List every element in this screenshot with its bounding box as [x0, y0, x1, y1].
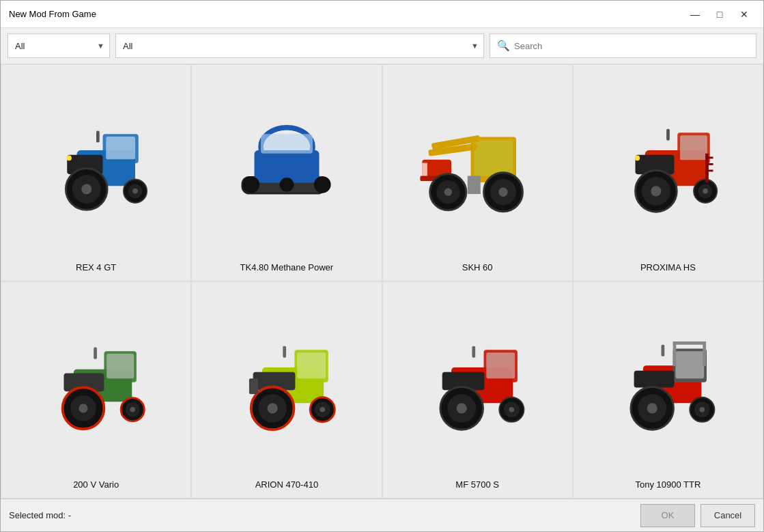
window-controls: — □ ✕ — [684, 5, 755, 24]
selected-mod-value: - — [66, 510, 71, 520]
svg-point-70 — [320, 406, 325, 412]
svg-rect-83 — [472, 346, 476, 357]
vehicle-grid: REX 4 GT TK4.80 Methane Power — [1, 64, 763, 499]
svg-rect-49 — [705, 169, 713, 171]
svg-point-18 — [314, 176, 331, 193]
grid-item-skh60[interactable]: SKH 60 — [382, 64, 573, 281]
vehicle-label-arion470: ARION 470-410 — [255, 477, 319, 490]
svg-rect-10 — [96, 130, 100, 142]
svg-rect-60 — [94, 347, 97, 359]
svg-rect-47 — [705, 156, 713, 158]
vehicle-image-tk480 — [197, 72, 376, 254]
svg-rect-87 — [673, 341, 677, 366]
svg-rect-90 — [634, 370, 675, 387]
vehicle-label-proximahs: PROXIMA HS — [640, 260, 696, 272]
filter2-wrapper: All ▼ — [115, 33, 484, 58]
svg-point-56 — [79, 404, 87, 412]
svg-point-11 — [66, 155, 72, 160]
svg-rect-44 — [666, 128, 670, 140]
status-bar: Selected mod: - OK Cancel — [1, 499, 763, 531]
svg-point-67 — [267, 403, 277, 413]
svg-rect-48 — [705, 163, 713, 165]
svg-point-6 — [81, 184, 91, 194]
filter1-wrapper: All ▼ — [8, 33, 110, 58]
vehicle-label-rex4gt: REX 4 GT — [76, 260, 116, 272]
vehicle-label-mf5700s: MF 5700 S — [455, 477, 499, 490]
svg-rect-97 — [662, 344, 665, 356]
svg-rect-86 — [676, 351, 705, 378]
grid-item-tk480[interactable]: TK4.80 Methane Power — [191, 64, 382, 281]
vehicle-image-skh60 — [388, 72, 567, 254]
svg-point-17 — [242, 176, 259, 193]
vehicle-image-200vvario — [7, 289, 185, 471]
svg-rect-71 — [283, 346, 286, 357]
svg-rect-16 — [261, 134, 313, 154]
grid-item-proximahs[interactable]: PROXIMA HS — [573, 64, 763, 281]
svg-rect-72 — [249, 378, 258, 394]
vehicle-label-tony10900: Tony 10900 TTR — [635, 477, 701, 490]
filter2-dropdown[interactable]: All — [115, 33, 484, 58]
search-icon: 🔍 — [497, 40, 510, 52]
maximize-button[interactable]: □ — [709, 5, 731, 24]
vehicle-label-skh60: SKH 60 — [462, 260, 493, 272]
vehicle-image-mf5700s — [388, 289, 567, 471]
svg-point-45 — [635, 155, 640, 160]
vehicle-image-proximahs — [579, 72, 757, 254]
selected-mod-label: Selected mod: — [9, 510, 66, 520]
svg-rect-21 — [474, 140, 513, 176]
grid-item-rex4gt[interactable]: REX 4 GT — [1, 64, 191, 281]
vehicle-label-200vvario: 200 V Vario — [73, 477, 119, 490]
filter1-dropdown[interactable]: All — [8, 33, 110, 58]
svg-point-29 — [498, 188, 507, 197]
svg-rect-33 — [468, 176, 481, 195]
minimize-button[interactable]: — — [684, 5, 706, 24]
search-input[interactable] — [514, 41, 749, 51]
grid-item-200vvario[interactable]: 200 V Vario — [1, 281, 191, 499]
svg-point-96 — [700, 406, 705, 412]
svg-point-82 — [509, 406, 515, 412]
toolbar: All ▼ All ▼ 🔍 — [1, 28, 763, 64]
svg-point-43 — [703, 188, 709, 194]
grid-item-mf5700s[interactable]: MF 5700 S — [382, 281, 573, 499]
status-buttons: OK Cancel — [640, 504, 755, 527]
main-window: New Mod From Game — □ ✕ All ▼ All ▼ 🔍 — [0, 0, 764, 532]
svg-point-40 — [651, 186, 662, 196]
close-button[interactable]: ✕ — [733, 5, 755, 24]
svg-point-32 — [444, 188, 452, 196]
ok-button[interactable]: OK — [640, 504, 695, 527]
svg-point-59 — [130, 406, 135, 412]
svg-point-93 — [647, 403, 657, 413]
selected-mod-text: Selected mod: - — [9, 510, 71, 520]
grid-item-tony10900[interactable]: Tony 10900 TTR — [573, 281, 763, 499]
svg-rect-52 — [107, 354, 134, 378]
vehicle-image-arion470 — [197, 289, 376, 471]
vehicle-image-rex4gt — [7, 72, 185, 254]
vehicle-label-tk480: TK4.80 Methane Power — [240, 260, 334, 272]
vehicle-image-tony10900 — [579, 289, 757, 471]
svg-rect-63 — [297, 352, 326, 378]
cancel-button[interactable]: Cancel — [701, 504, 755, 527]
svg-rect-89 — [673, 341, 706, 345]
svg-point-19 — [279, 177, 294, 191]
svg-rect-75 — [486, 352, 515, 378]
window-title: New Mod From Game — [9, 9, 96, 19]
svg-rect-2 — [106, 137, 135, 159]
title-bar: New Mod From Game — □ ✕ — [1, 1, 763, 28]
grid-item-arion470[interactable]: ARION 470-410 — [191, 281, 382, 499]
svg-rect-26 — [422, 163, 427, 176]
svg-rect-88 — [703, 341, 707, 366]
svg-rect-36 — [680, 135, 707, 160]
svg-point-79 — [457, 403, 467, 413]
svg-point-9 — [132, 188, 138, 194]
search-box: 🔍 — [490, 33, 756, 58]
